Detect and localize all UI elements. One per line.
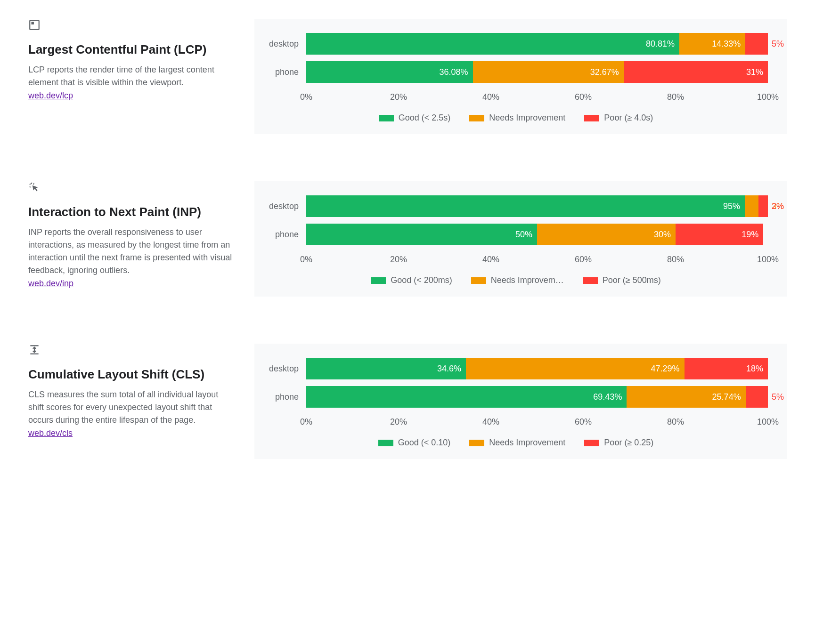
axis-tick: 100% xyxy=(757,255,779,265)
bar-value-label: 5% xyxy=(772,33,784,55)
fullscreen-icon xyxy=(28,19,236,31)
bar-value-label: 80.81% xyxy=(646,39,675,49)
legend-label: Needs Improvement xyxy=(489,438,565,448)
svg-rect-0 xyxy=(30,20,39,30)
metric-lcp: Largest Contentful Paint (LCP)LCP report… xyxy=(28,19,787,134)
bar-segment-good: 34.6% xyxy=(306,358,466,379)
bar-segment-good: 80.81% xyxy=(306,33,679,55)
stacked-bar: 34.6%47.29%18% xyxy=(306,358,768,379)
cursor-click-icon xyxy=(28,181,236,193)
axis-tick: 60% xyxy=(575,92,592,102)
plot-area: 80.81%14.33%5%36.08%32.67%31%0%20%40%60%… xyxy=(306,33,768,105)
legend-item-poor: Poor (≥ 4.0s) xyxy=(584,113,653,123)
bar-segment-warn: 30% xyxy=(537,224,676,245)
bar-value-label: 95% xyxy=(723,201,740,211)
legend-label: Good (< 0.10) xyxy=(398,438,451,448)
stacked-bar: 95%3%2% xyxy=(306,195,768,217)
x-axis: 0%20%40%60%80%100% xyxy=(306,414,768,429)
legend-label: Needs Improvement xyxy=(489,113,565,123)
bar-value-label: 34.6% xyxy=(437,364,461,374)
bar-segment-warn: 47.29% xyxy=(466,358,684,379)
legend-item-warn: Needs Improvement xyxy=(469,438,565,448)
legend-swatch xyxy=(469,440,484,446)
x-axis: 0%20%40%60%80%100% xyxy=(306,89,768,105)
axis-tick: 20% xyxy=(390,92,407,102)
axis-tick: 100% xyxy=(757,417,779,427)
legend-swatch xyxy=(584,115,599,121)
metric-description-panel: Cumulative Layout Shift (CLS)CLS measure… xyxy=(28,344,236,459)
category-label: desktop xyxy=(264,33,299,61)
legend-item-warn: Needs Improvement xyxy=(469,113,565,123)
stacked-bar: 80.81%14.33%5% xyxy=(306,33,768,55)
metric-cls: Cumulative Layout Shift (CLS)CLS measure… xyxy=(28,344,787,459)
bar-value-label: 18% xyxy=(746,364,763,374)
bar-segment-warn: 25.74% xyxy=(627,386,745,408)
bar-value-label: 31% xyxy=(746,67,763,77)
axis-tick: 100% xyxy=(757,92,779,102)
axis-tick: 80% xyxy=(667,255,684,265)
metric-description: LCP reports the render time of the large… xyxy=(28,64,236,89)
axis-tick: 20% xyxy=(390,255,407,265)
legend-label: Poor (≥ 4.0s) xyxy=(604,113,653,123)
bar-segment-good: 95% xyxy=(306,195,745,217)
legend-swatch xyxy=(584,440,599,446)
legend-swatch xyxy=(471,277,486,284)
metric-doc-link[interactable]: web.dev/inp xyxy=(28,279,73,288)
metric-title: Largest Contentful Paint (LCP) xyxy=(28,42,236,57)
legend-item-poor: Poor (≥ 0.25) xyxy=(584,438,653,448)
chart-body: desktopphone95%3%2%50%30%19%0%20%40%60%8… xyxy=(264,195,768,267)
category-label: phone xyxy=(264,386,299,414)
legend-swatch xyxy=(469,115,484,121)
axis-tick: 60% xyxy=(575,417,592,427)
bar-segment-poor: 19% xyxy=(676,224,763,245)
metric-description: INP reports the overall responsiveness t… xyxy=(28,226,236,277)
bar-segment-good: 50% xyxy=(306,224,537,245)
bar-segment-warn xyxy=(745,195,758,217)
chart-body: desktopphone80.81%14.33%5%36.08%32.67%31… xyxy=(264,33,768,105)
legend-label: Good (< 2.5s) xyxy=(399,113,451,123)
legend-item-good: Good (< 0.10) xyxy=(378,438,451,448)
bar-value-label: 69.43% xyxy=(593,392,622,402)
category-label: phone xyxy=(264,224,299,252)
axis-tick: 40% xyxy=(482,92,499,102)
legend-swatch xyxy=(371,277,386,284)
metric-doc-link[interactable]: web.dev/cls xyxy=(28,428,73,438)
metric-title: Interaction to Next Paint (INP) xyxy=(28,205,236,219)
axis-tick: 0% xyxy=(300,417,312,427)
stacked-bar: 50%30%19% xyxy=(306,224,768,245)
legend-item-good: Good (< 200ms) xyxy=(371,275,452,285)
bar-value-label: 50% xyxy=(515,230,532,240)
stacked-bar: 36.08%32.67%31% xyxy=(306,61,768,83)
metric-description-panel: Interaction to Next Paint (INP)INP repor… xyxy=(28,181,236,297)
chart-legend: Good (< 2.5s)Needs ImprovementPoor (≥ 4.… xyxy=(264,113,768,123)
category-label: phone xyxy=(264,61,299,89)
bar-value-label: 19% xyxy=(742,230,758,240)
axis-tick: 20% xyxy=(390,417,407,427)
axis-tick: 80% xyxy=(667,92,684,102)
chart-body: desktopphone34.6%47.29%18%69.43%25.74%5%… xyxy=(264,358,768,429)
metric-title: Cumulative Layout Shift (CLS) xyxy=(28,367,236,382)
axis-tick: 40% xyxy=(482,417,499,427)
bar-segment-warn: 14.33% xyxy=(679,33,745,55)
bar-value-label: 25.74% xyxy=(712,392,741,402)
bar-segment-good: 36.08% xyxy=(306,61,473,83)
layout-shift-icon xyxy=(28,344,236,356)
x-axis: 0%20%40%60%80%100% xyxy=(306,252,768,267)
plot-area: 34.6%47.29%18%69.43%25.74%5%0%20%40%60%8… xyxy=(306,358,768,429)
svg-rect-1 xyxy=(32,22,34,24)
legend-item-poor: Poor (≥ 500ms) xyxy=(583,275,661,285)
legend-item-warn: Needs Improvem… xyxy=(471,275,564,285)
bar-value-label: 2% xyxy=(772,195,784,217)
legend-item-good: Good (< 2.5s) xyxy=(379,113,451,123)
axis-tick: 80% xyxy=(667,417,684,427)
bar-value-label: 32.67% xyxy=(590,67,619,77)
bar-value-label: 30% xyxy=(654,230,671,240)
metric-doc-link[interactable]: web.dev/lcp xyxy=(28,91,73,100)
legend-label: Poor (≥ 0.25) xyxy=(604,438,653,448)
bar-value-label: 36.08% xyxy=(440,67,468,77)
chart-legend: Good (< 0.10)Needs ImprovementPoor (≥ 0.… xyxy=(264,438,768,448)
bar-segment-warn: 32.67% xyxy=(473,61,624,83)
axis-tick: 60% xyxy=(575,255,592,265)
bar-segment-good: 69.43% xyxy=(306,386,627,408)
chart-legend: Good (< 200ms)Needs Improvem…Poor (≥ 500… xyxy=(264,275,768,285)
